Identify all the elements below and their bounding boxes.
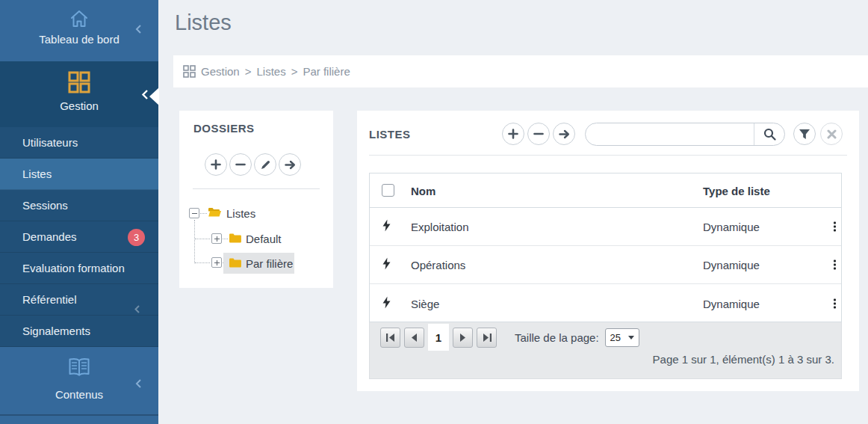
filter-button[interactable] — [793, 123, 816, 145]
select-all-checkbox[interactable] — [382, 184, 394, 197]
folder-icon — [229, 257, 242, 271]
column-header-type[interactable]: Type de liste — [703, 184, 770, 197]
sidebar-item-label: Référentiel — [22, 293, 77, 306]
listes-panel: LISTES Nom Type de liste Exploitat — [357, 111, 859, 391]
sidebar-section-contenus[interactable]: Contenus — [0, 347, 158, 414]
cell-type: Dynamique — [703, 221, 760, 233]
sidebar-item-label: Evaluation formation — [22, 262, 125, 274]
table-row[interactable]: Exploitation Dynamique — [370, 208, 841, 246]
notification-badge: 3 — [128, 229, 145, 246]
row-menu-icon[interactable] — [827, 298, 842, 308]
sidebar-item-signalements[interactable]: Signalements — [0, 316, 158, 347]
tree-collapse-toggle[interactable] — [189, 208, 199, 218]
next-page-button[interactable] — [453, 328, 473, 348]
edit-folder-button[interactable] — [254, 153, 276, 176]
page-title: Listes — [175, 10, 232, 35]
divider — [193, 188, 320, 189]
column-header-nom[interactable]: Nom — [411, 184, 435, 197]
divider — [369, 155, 847, 156]
sidebar-section-label: Gestion — [0, 99, 158, 112]
row-menu-icon[interactable] — [827, 222, 842, 232]
sidebar-item-label: Utilisateurs — [22, 136, 78, 149]
cell-nom: Opérations — [411, 259, 465, 271]
cell-nom: Siège — [411, 297, 439, 310]
sidebar-item-label: Listes — [22, 168, 52, 180]
home-icon — [69, 9, 90, 31]
dossiers-toolbar — [205, 153, 301, 176]
breadcrumb-item[interactable]: Gestion — [201, 65, 240, 78]
dynamic-list-icon — [382, 296, 391, 310]
chevron-down-icon — [628, 336, 634, 339]
breadcrumb-grid-icon — [183, 65, 196, 78]
breadcrumb: Gestion > Listes > Par filière — [173, 55, 868, 87]
tree-connector — [194, 220, 195, 263]
dynamic-list-icon — [382, 258, 391, 272]
tree-connector — [195, 262, 210, 263]
search-input[interactable] — [586, 124, 754, 144]
table-row[interactable]: Opérations Dynamique — [370, 246, 841, 284]
cell-type: Dynamique — [703, 297, 760, 310]
tree-expand-toggle[interactable] — [211, 257, 222, 268]
page-size-select[interactable]: 25 — [605, 328, 639, 347]
grid-icon — [67, 70, 91, 96]
sidebar-item-label: Signalements — [22, 325, 90, 337]
cell-type: Dynamique — [703, 259, 760, 271]
sidebar-item-label: Demandes — [22, 230, 77, 243]
sidebar-section-gestion[interactable]: Gestion — [0, 61, 158, 127]
move-folder-button[interactable] — [279, 153, 301, 176]
clear-filter-button[interactable] — [820, 123, 843, 145]
remove-list-button[interactable] — [527, 123, 550, 145]
sidebar-item-referentiel[interactable]: Référentiel — [0, 284, 158, 316]
search-icon[interactable] — [754, 123, 784, 145]
page-size-label: Taille de la page: — [515, 331, 599, 344]
chevron-left-icon — [134, 24, 142, 37]
folder-icon — [229, 233, 242, 247]
page-size-control: Taille de la page: 25 — [515, 328, 639, 347]
cell-nom: Exploitation — [411, 221, 469, 233]
dossiers-panel: DOSSIERS Listes Default Par filière — [179, 111, 333, 288]
table-row[interactable]: Siège Dynamique — [370, 284, 841, 322]
pagination-summary: Page 1 sur 1, élément(s) 1 à 3 sur 3. — [653, 353, 834, 366]
tree-node-default[interactable]: Default — [246, 233, 282, 245]
folder-open-icon — [208, 206, 222, 221]
last-page-button[interactable] — [477, 328, 497, 348]
sidebar-item-listes[interactable]: Listes — [0, 159, 158, 190]
sidebar-item-sessions[interactable]: Sessions — [0, 190, 158, 221]
sidebar-item-evaluation-formation[interactable]: Evaluation formation — [0, 253, 158, 284]
tree-connector — [200, 213, 207, 214]
sidebar: Tableau de bord Gestion Utilisateurs Lis… — [0, 0, 158, 424]
sidebar-item-label: Sessions — [22, 199, 68, 212]
tree-expand-toggle[interactable] — [211, 233, 222, 244]
tree-connector — [195, 239, 210, 239]
first-page-button[interactable] — [380, 328, 400, 348]
sidebar-item-utilisateurs[interactable]: Utilisateurs — [0, 127, 158, 159]
chevron-left-icon — [134, 378, 142, 391]
panel-title: DOSSIERS — [193, 122, 255, 135]
tree-node-par-filiere[interactable]: Par filière — [246, 257, 293, 270]
breadcrumb-item: Par filière — [303, 65, 350, 78]
add-list-button[interactable] — [502, 123, 524, 145]
add-folder-button[interactable] — [205, 153, 227, 176]
sidebar-item-demandes[interactable]: Demandes 3 — [0, 221, 158, 253]
chevron-left-icon[interactable] — [140, 89, 149, 102]
sidebar-next-section — [0, 414, 158, 424]
search-box — [585, 123, 785, 146]
table-header-row: Nom Type de liste — [370, 173, 841, 208]
breadcrumb-separator: > — [245, 65, 252, 78]
breadcrumb-item[interactable]: Listes — [256, 65, 285, 78]
move-list-button[interactable] — [553, 123, 575, 145]
row-menu-icon[interactable] — [827, 260, 842, 270]
pagination-bar: 1 Taille de la page: 25 Page 1 sur 1, él… — [369, 322, 842, 379]
tree-node-listes[interactable]: Listes — [226, 207, 255, 220]
breadcrumb-separator: > — [291, 65, 298, 78]
sidebar-menu: Utilisateurs Listes Sessions Demandes 3 … — [0, 127, 158, 347]
panel-title: LISTES — [369, 128, 411, 141]
current-page: 1 — [428, 324, 449, 351]
book-icon — [67, 357, 91, 380]
remove-folder-button[interactable] — [229, 153, 252, 176]
prev-page-button[interactable] — [404, 328, 424, 348]
lists-table: Nom Type de liste Exploitation Dynamique… — [369, 173, 842, 322]
active-section-indicator — [149, 87, 159, 105]
sidebar-section-dashboard[interactable]: Tableau de bord — [0, 0, 158, 61]
tree-connector — [223, 239, 228, 239]
